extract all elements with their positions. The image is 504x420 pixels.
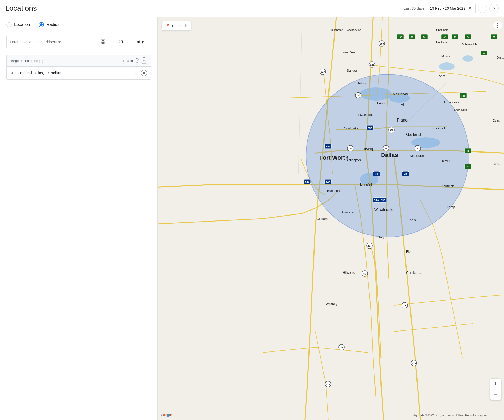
svg-text:721: 721 xyxy=(348,147,352,150)
location-radio-circle[interactable] xyxy=(6,22,12,27)
report-map-error-link[interactable]: Report a map error xyxy=(465,414,490,417)
svg-text:Arlington: Arlington xyxy=(346,158,361,162)
svg-text:Cleburne: Cleburne xyxy=(317,217,330,221)
svg-text:Muenster: Muenster xyxy=(331,28,343,32)
svg-rect-4 xyxy=(158,17,504,420)
svg-text:Frisco: Frisco xyxy=(377,101,386,105)
reach-info-button[interactable]: ? xyxy=(135,58,139,63)
svg-text:Bonham: Bonham xyxy=(436,41,447,44)
radius-radio-circle[interactable] xyxy=(39,22,44,27)
unit-arrow-icon: ▾ xyxy=(142,40,144,45)
svg-text:45: 45 xyxy=(404,173,407,175)
targeted-header: Targeted locations (1) Reach ? ✕ xyxy=(7,55,151,67)
svg-text:Quin...: Quin... xyxy=(493,119,501,122)
svg-text:34: 34 xyxy=(403,304,406,307)
svg-text:Irving: Irving xyxy=(364,147,373,151)
svg-rect-0 xyxy=(101,40,103,41)
svg-text:Italy: Italy xyxy=(378,235,384,239)
svg-text:Sanger: Sanger xyxy=(347,69,357,72)
svg-rect-1 xyxy=(104,40,105,41)
svg-text:635: 635 xyxy=(389,129,393,132)
prev-nav-button[interactable]: ‹ xyxy=(478,4,487,13)
unit-label: mi xyxy=(136,40,140,44)
svg-text:35W: 35W xyxy=(374,199,379,202)
zoom-out-icon: − xyxy=(494,391,497,398)
location-row-actions: − ✕ xyxy=(132,70,147,76)
svg-text:30: 30 xyxy=(467,150,469,152)
targeted-locations-box: Targeted locations (1) Reach ? ✕ 20 mi a… xyxy=(6,55,151,80)
more-options-button[interactable]: ⋮ xyxy=(493,21,502,29)
map-panel[interactable]: 35W 35W 820 35E 20 45 35E 380 377 289 12… xyxy=(158,17,504,420)
svg-text:820: 820 xyxy=(305,181,309,183)
zoom-in-icon: + xyxy=(494,380,497,387)
location-radio-option[interactable]: Location xyxy=(6,22,30,27)
svg-text:Lake View: Lake View xyxy=(342,51,355,54)
radius-radio-option[interactable]: Radius xyxy=(39,22,60,27)
svg-text:Plano: Plano xyxy=(397,118,408,122)
left-panel: Location Radius Enter a place name, addr… xyxy=(0,17,158,420)
page-title: Locations xyxy=(5,4,37,13)
svg-text:35W: 35W xyxy=(326,181,331,183)
date-picker[interactable]: 19 Feb - 20 Mar 2022 ▼ xyxy=(427,3,476,13)
pin-mode-button[interactable]: 📍 Pin mode xyxy=(162,21,191,31)
grid-icon xyxy=(100,39,106,45)
svg-text:30: 30 xyxy=(416,147,419,150)
unit-select[interactable]: mi ▾ xyxy=(132,36,151,48)
svg-text:11: 11 xyxy=(454,36,456,38)
svg-rect-3 xyxy=(104,42,105,44)
radio-group: Location Radius xyxy=(6,22,151,27)
close-symbol: ✕ xyxy=(142,59,146,63)
date-picker-arrow-icon: ▼ xyxy=(467,6,472,11)
svg-text:380: 380 xyxy=(461,95,465,97)
svg-text:Hillsboro: Hillsboro xyxy=(343,271,355,275)
zoom-in-button[interactable]: + xyxy=(490,379,501,389)
svg-text:22: 22 xyxy=(340,346,343,349)
date-label: Last 30 days xyxy=(404,6,424,10)
zoom-controls: + − xyxy=(490,379,501,400)
delete-location-button[interactable]: ✕ xyxy=(141,70,147,76)
radius-radio-label: Radius xyxy=(47,22,60,27)
map-data-text: Map data ©2022 Google xyxy=(412,414,444,417)
svg-text:287: 287 xyxy=(367,245,371,247)
svg-text:20: 20 xyxy=(375,173,378,175)
svg-text:82: 82 xyxy=(411,36,413,38)
location-text: 20 mi around Dallas, TX radius xyxy=(10,71,61,75)
svg-text:82: 82 xyxy=(444,36,446,38)
pin-mode-label: Pin mode xyxy=(172,24,188,28)
prev-arrow-icon: ‹ xyxy=(482,6,483,11)
svg-text:Kemp: Kemp xyxy=(447,205,455,209)
svg-text:171: 171 xyxy=(326,383,330,386)
zoom-out-button[interactable]: − xyxy=(490,389,501,400)
svg-text:Mansfield: Mansfield xyxy=(360,183,373,187)
svg-text:Waxahachie: Waxahachie xyxy=(374,208,393,212)
svg-text:Kaufman: Kaufman xyxy=(441,184,454,188)
svg-text:Mesquite: Mesquite xyxy=(410,154,424,158)
radius-input[interactable] xyxy=(111,36,130,48)
svg-text:Allen: Allen xyxy=(401,103,408,107)
main-layout: Location Radius Enter a place name, addr… xyxy=(0,17,504,420)
svg-text:Sherman: Sherman xyxy=(436,28,448,32)
remove-location-button[interactable]: − xyxy=(132,70,139,76)
svg-rect-2 xyxy=(101,42,103,44)
svg-text:20: 20 xyxy=(467,166,469,168)
svg-text:175: 175 xyxy=(412,362,416,365)
header: Locations Last 30 days 19 Feb - 20 Mar 2… xyxy=(0,0,504,17)
svg-text:35E: 35E xyxy=(381,199,385,202)
info-symbol: ? xyxy=(136,59,138,62)
google-logo: Google xyxy=(161,413,172,417)
place-input[interactable]: Enter a place name, address or xyxy=(6,36,109,48)
svg-text:Lewisville: Lewisville xyxy=(358,113,373,117)
place-input-placeholder: Enter a place name, address or xyxy=(10,40,61,44)
svg-text:289: 289 xyxy=(380,43,384,45)
svg-text:Alvarado: Alvarado xyxy=(342,211,354,214)
targeted-close-button[interactable]: ✕ xyxy=(141,57,147,64)
svg-text:67: 67 xyxy=(363,272,366,275)
svg-text:Denton: Denton xyxy=(353,92,364,96)
terms-of-use-link[interactable]: Terms of Use xyxy=(446,414,463,417)
targeted-actions: Reach ? ✕ xyxy=(123,57,147,64)
svg-text:Rockwall: Rockwall xyxy=(432,127,445,130)
next-nav-button[interactable]: › xyxy=(489,4,499,13)
svg-text:Garland: Garland xyxy=(406,132,421,137)
svg-text:35E: 35E xyxy=(368,127,372,129)
svg-point-9 xyxy=(439,62,455,70)
